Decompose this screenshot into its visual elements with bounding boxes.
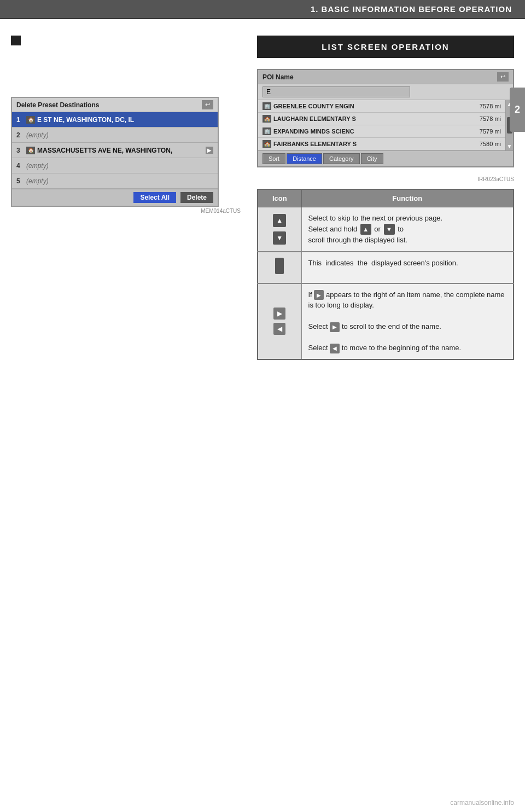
destination-icon: 🏠: [26, 147, 35, 154]
nav-list-item[interactable]: 2 (empty): [12, 127, 218, 143]
nav-list-item[interactable]: 3 🏠 MASSACHUSETTS AVE NE, WASHINGTON, ▶: [12, 143, 218, 158]
poi-name: GREENLEE COUNTY ENGIN: [273, 103, 475, 109]
poi-screen-header: POI Name ↩: [258, 70, 513, 84]
poi-distance: 7580 mi: [480, 141, 501, 147]
item-text: (empty): [26, 162, 49, 170]
right-column: LIST SCREEN OPERATION POI Name ↩ 🏢 GREEN…: [257, 36, 514, 360]
scroll-right-inline-icon: ▶: [314, 290, 324, 300]
function-cell: If ▶ appears to the right of an item nam…: [301, 283, 514, 359]
poi-icon: 🏫: [262, 140, 271, 148]
poi-back-button[interactable]: ↩: [497, 72, 509, 82]
nav-back-button[interactable]: ↩: [202, 100, 213, 109]
watermark: carmanualsonline.info: [450, 799, 514, 807]
poi-caption: IRR023aCTUS: [257, 176, 514, 182]
item-text: MASSACHUSETTS AVE NE, WASHINGTON,: [37, 147, 172, 154]
poi-list-container: 🏢 GREENLEE COUNTY ENGIN 7578 mi 🏫 LAUGHA…: [258, 100, 513, 150]
nav-list-footer: Select All Delete: [12, 189, 218, 206]
function-cell: This indicates the displayed screen's po…: [301, 252, 514, 283]
function-cell: Select to skip to the next or previ­ous …: [301, 207, 514, 252]
icon-cell: ▶ ◀: [258, 283, 301, 359]
item-number: 5: [16, 177, 26, 185]
up-button[interactable]: ▲: [273, 214, 286, 227]
poi-search-input[interactable]: [262, 86, 410, 97]
distance-button[interactable]: Distance: [287, 153, 322, 164]
poi-list: 🏢 GREENLEE COUNTY ENGIN 7578 mi 🏫 LAUGHA…: [258, 100, 505, 150]
select-all-button[interactable]: Select All: [133, 192, 176, 203]
down-button[interactable]: ▼: [273, 231, 286, 245]
destination-icon: 🏠: [26, 116, 35, 124]
side-tab: 2: [510, 88, 525, 132]
table-row: ▶ ◀ If ▶ appears to the right of an item…: [258, 283, 514, 359]
poi-icon: 🏢: [262, 127, 271, 135]
poi-icon: 🏢: [262, 102, 271, 110]
delete-preset-screen: Delete Preset Destinations ↩ 1 🏠 E ST NE…: [11, 97, 219, 207]
sort-button[interactable]: Sort: [262, 153, 285, 164]
table-row: This indicates the displayed screen's po…: [258, 252, 514, 283]
item-text: (empty): [26, 131, 49, 139]
scroll-end-icon[interactable]: ▶: [273, 308, 285, 320]
icon-cell: [258, 252, 301, 283]
table-row: ▲ ▼ Select to skip to the next or previ­…: [258, 207, 514, 252]
table-header-function: Function: [301, 189, 514, 207]
poi-icon: 🏫: [262, 115, 271, 123]
poi-list-item[interactable]: 🏫 LAUGHARN ELEMENTARY S 7578 mi: [258, 113, 505, 125]
poi-list-item[interactable]: 🏫 FAIRBANKS ELEMENTARY S 7580 mi: [258, 138, 505, 150]
scroll-right-icon: ▶: [206, 147, 213, 154]
poi-name: LAUGHARN ELEMENTARY S: [273, 115, 475, 122]
poi-name: FAIRBANKS ELEMENTARY S: [273, 141, 475, 147]
poi-screen: POI Name ↩ 🏢 GREENLEE COUNTY ENGIN 7578 …: [257, 69, 514, 167]
poi-name: EXPANDING MINDS SCIENC: [273, 128, 475, 135]
position-indicator-icon: [275, 258, 284, 274]
poi-screen-title: POI Name: [262, 73, 294, 81]
scroll-right-inline-icon2: ▶: [330, 322, 340, 332]
poi-list-item[interactable]: 🏢 GREENLEE COUNTY ENGIN 7578 mi: [258, 100, 505, 113]
icon-function-table: Icon Function ▲ ▼ Select to skip to the …: [257, 189, 514, 360]
to-text: to: [398, 225, 404, 233]
item-number: 1: [16, 116, 26, 124]
item-text: E ST NE, WASHINGTON, DC, IL: [37, 116, 134, 124]
page-header: 1. BASIC INFORMATION BEFORE OPERATION: [0, 0, 525, 19]
left-column: Delete Preset Destinations ↩ 1 🏠 E ST NE…: [11, 36, 241, 360]
delete-button[interactable]: Delete: [180, 192, 213, 203]
section-indicator: [11, 36, 21, 45]
page-header-title: 1. BASIC INFORMATION BEFORE OPERATION: [311, 4, 512, 14]
nav-list-item[interactable]: 1 🏠 E ST NE, WASHINGTON, DC, IL: [12, 112, 218, 127]
item-number: 3: [16, 147, 26, 154]
poi-distance: 7579 mi: [480, 128, 501, 135]
select-text: Select: [308, 322, 328, 330]
icon-cell: ▲ ▼: [258, 207, 301, 252]
side-tab-number: 2: [515, 104, 520, 115]
screen-caption: MEM014aCTUS: [11, 208, 241, 214]
scroll-down-arrow: ▼: [507, 143, 512, 149]
poi-list-item[interactable]: 🏢 EXPANDING MINDS SCIENC 7579 mi: [258, 125, 505, 138]
down-icon-inline: ▼: [384, 224, 395, 235]
nav-screen-header: Delete Preset Destinations ↩: [12, 98, 218, 112]
nav-list-item[interactable]: 5 (empty): [12, 173, 218, 189]
scroll-left-inline-icon: ◀: [330, 344, 340, 353]
scroll-begin-icon[interactable]: ◀: [273, 323, 285, 335]
list-screen-operation-title: LIST SCREEN OPERATION: [257, 36, 514, 58]
poi-distance: 7578 mi: [480, 103, 501, 109]
nav-list-item[interactable]: 4 (empty): [12, 158, 218, 173]
item-number: 4: [16, 162, 26, 170]
up-arrow-icon[interactable]: ▲ ▼: [265, 213, 295, 246]
item-text: (empty): [26, 177, 49, 185]
up-icon-inline: ▲: [360, 224, 371, 235]
item-number: 2: [16, 131, 26, 139]
city-button[interactable]: City: [361, 153, 383, 164]
nav-screen-title: Delete Preset Destinations: [16, 101, 99, 109]
category-button[interactable]: Category: [323, 153, 360, 164]
main-content: Delete Preset Destinations ↩ 1 🏠 E ST NE…: [0, 19, 525, 371]
poi-search-bar: [258, 84, 513, 100]
nav-list: 1 🏠 E ST NE, WASHINGTON, DC, IL 2 (empty…: [12, 112, 218, 189]
poi-distance: 7578 mi: [480, 115, 501, 122]
poi-footer: Sort Distance Category City: [258, 150, 513, 166]
table-header-icon: Icon: [258, 189, 301, 207]
